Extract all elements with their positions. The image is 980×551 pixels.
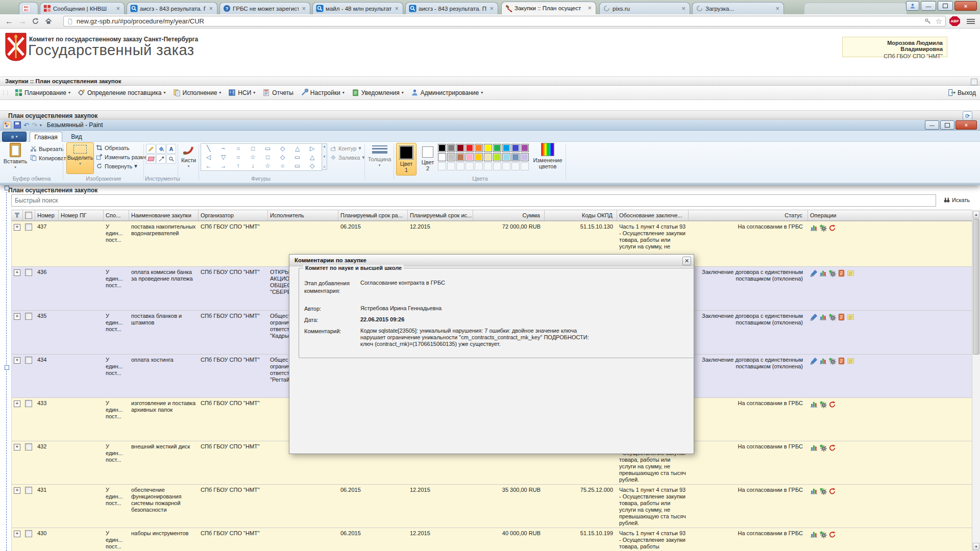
menu-supplier-determination[interactable]: Определение поставщика▾ [74, 86, 169, 99]
menu-reports[interactable]: Отчеты [259, 86, 297, 99]
column-header-organizer[interactable]: Организатор [199, 210, 268, 220]
resize-button[interactable]: Изменить размер [96, 154, 151, 160]
palette-color[interactable] [465, 153, 474, 161]
filter-header-cell[interactable] [12, 210, 23, 220]
column-header-okpd[interactable]: Коды ОКПД [545, 210, 617, 220]
cut-button[interactable]: Вырезать [30, 145, 64, 152]
palette-empty-slot[interactable] [456, 162, 464, 170]
pencil-tool[interactable] [146, 144, 156, 154]
palette-empty-slot[interactable] [475, 162, 483, 170]
palette-color[interactable] [511, 153, 520, 161]
menu-planning[interactable]: Планирование▾ [11, 86, 74, 99]
palette-color[interactable] [456, 144, 464, 152]
comments-icon[interactable] [847, 269, 854, 277]
process-icon[interactable] [819, 400, 827, 408]
browser-tab-active-zakupki[interactable]: Закупки :: План осущест × [501, 2, 596, 14]
menu-notifications[interactable]: Уведомления▾ [348, 86, 407, 99]
tab-close-icon[interactable]: × [586, 6, 593, 11]
paint-minimize-button[interactable]: — [925, 120, 939, 130]
process-icon[interactable] [828, 269, 836, 277]
column-header-reason[interactable]: Обоснование заключе... [617, 210, 689, 220]
select-all-checkbox[interactable] [25, 212, 32, 219]
process-icon[interactable] [828, 357, 836, 365]
edit-colors-button[interactable]: Изменение цветов [532, 143, 564, 169]
address-bar[interactable]: new.gz-spb.ru/#po/procedure/my/year/CUR … [63, 16, 946, 27]
shapes-scrollbar[interactable]: ▲▼≡ [322, 143, 327, 170]
table-row-430[interactable]: + 430 У един... пост... наборы инструмен… [12, 528, 972, 551]
tab-close-icon[interactable]: × [301, 6, 307, 11]
process-icon[interactable] [828, 313, 836, 321]
edit-icon[interactable] [810, 313, 818, 321]
pinned-tab-rg[interactable] [19, 2, 38, 14]
column-header-sum[interactable]: Сумма [473, 210, 545, 220]
undo-icon[interactable]: ↶ [23, 121, 29, 129]
panel-toggle-icon[interactable] [971, 79, 977, 85]
column-header-end[interactable]: Планируемый срок ис... [408, 210, 473, 220]
row-checkbox[interactable] [25, 530, 32, 537]
forward-button[interactable]: → [18, 17, 27, 26]
column-header-start[interactable]: Планируемый срок ра... [338, 210, 408, 220]
menu-administration[interactable]: Администрирование▾ [407, 86, 486, 99]
revoke-icon[interactable] [828, 487, 836, 495]
row-checkbox[interactable] [25, 443, 32, 450]
row-checkbox[interactable] [25, 313, 32, 320]
expand-icon[interactable]: + [14, 357, 20, 364]
expand-icon[interactable]: + [14, 531, 20, 537]
signature-icon[interactable] [838, 357, 845, 365]
palette-empty-slot[interactable] [521, 162, 529, 170]
column-header-pg-number[interactable]: Номер ПГ [59, 210, 104, 220]
stats-icon[interactable] [819, 313, 827, 321]
expand-icon[interactable]: + [14, 269, 20, 276]
browser-tab-loading[interactable]: Загрузка... × [692, 2, 784, 14]
signature-icon[interactable] [838, 313, 845, 321]
rotate-button[interactable]: Повернуть▾ [96, 163, 137, 169]
process-icon[interactable] [819, 224, 827, 232]
palette-color[interactable] [475, 153, 483, 161]
fill-tool[interactable] [156, 144, 166, 154]
magnifier-tool[interactable] [166, 154, 176, 164]
expand-icon[interactable]: + [14, 313, 20, 320]
column-header-name[interactable]: Наименование закупки [129, 210, 199, 220]
tab-close-icon[interactable]: × [774, 6, 780, 11]
palette-color[interactable] [502, 144, 510, 152]
eyedropper-tool[interactable] [156, 154, 166, 164]
edit-icon[interactable] [810, 357, 818, 365]
row-checkbox[interactable] [25, 223, 32, 231]
stats-icon[interactable] [810, 487, 818, 495]
reload-button[interactable] [32, 17, 39, 25]
revoke-icon[interactable] [828, 400, 836, 408]
paste-button[interactable]: Вставить▾ [3, 143, 28, 169]
column-header-method[interactable]: Спо... [104, 210, 129, 220]
eraser-tool[interactable] [146, 154, 156, 164]
palette-color[interactable] [521, 144, 529, 152]
expand-icon[interactable]: + [14, 224, 20, 231]
save-icon[interactable] [14, 121, 21, 129]
size-button[interactable]: Толщина▾ [367, 144, 392, 167]
close-button[interactable]: × [954, 1, 977, 11]
browser-tab-search-1[interactable]: аисгз - 843 результата. П × [127, 2, 217, 14]
selection-handle[interactable] [5, 186, 9, 190]
crop-button[interactable]: Обрезать [96, 144, 130, 151]
palette-color[interactable] [456, 153, 464, 161]
edit-icon[interactable] [810, 269, 818, 277]
table-row-431[interactable]: + 431 У един... пост... обеспечение функ… [12, 484, 972, 528]
select-all-header-cell[interactable] [23, 210, 35, 220]
palette-color[interactable] [502, 153, 510, 161]
column-header-number[interactable]: Номер [35, 210, 59, 220]
menu-settings[interactable]: Настройки▾ [297, 86, 348, 99]
paint-menu-button[interactable]: ≡▾ [2, 132, 27, 142]
row-checkbox[interactable] [25, 487, 32, 494]
expand-icon[interactable]: + [14, 444, 20, 450]
scroll-up-icon[interactable]: ▲ [973, 211, 979, 218]
bookmark-star-icon[interactable]: ☆ [936, 17, 942, 26]
home-button[interactable] [44, 17, 53, 25]
palette-color[interactable] [447, 144, 455, 152]
tab-close-icon[interactable]: × [394, 6, 400, 11]
expand-icon[interactable]: + [14, 487, 20, 494]
stats-icon[interactable] [819, 269, 827, 277]
logout-button[interactable]: Выход [948, 89, 976, 96]
adblock-icon[interactable]: ABP [949, 16, 960, 26]
row-checkbox[interactable] [25, 269, 32, 276]
back-button[interactable]: ← [5, 17, 13, 26]
stats-icon[interactable] [810, 224, 818, 232]
